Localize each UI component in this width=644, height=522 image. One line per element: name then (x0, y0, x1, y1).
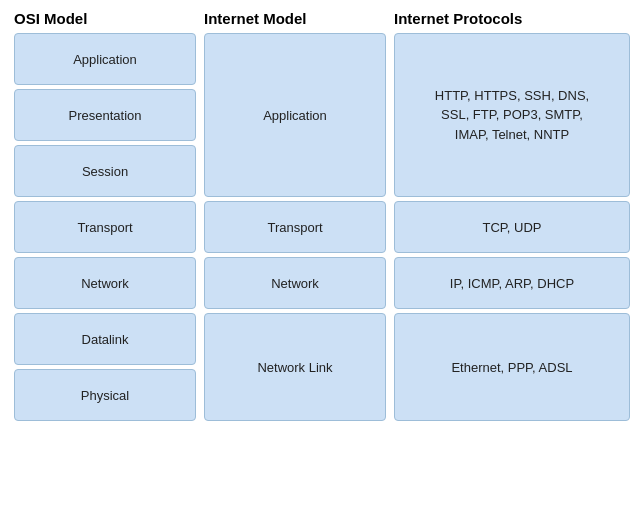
osi-network: Network (14, 257, 196, 309)
col1-header: OSI Model (10, 10, 200, 27)
osi-column: Application Presentation Session Transpo… (10, 33, 200, 421)
protocols-column: HTTP, HTTPS, SSH, DNS, SSL, FTP, POP3, S… (390, 33, 634, 421)
osi-application: Application (14, 33, 196, 85)
headers-row: OSI Model Internet Model Internet Protoc… (10, 10, 634, 27)
layout-container: OSI Model Internet Model Internet Protoc… (10, 10, 634, 421)
im-network-link: Network Link (204, 313, 386, 421)
internet-model-column: Application Transport Network Network Li… (200, 33, 390, 421)
proto-network: IP, ICMP, ARP, DHCP (394, 257, 630, 309)
proto-application: HTTP, HTTPS, SSH, DNS, SSL, FTP, POP3, S… (394, 33, 630, 197)
im-network: Network (204, 257, 386, 309)
osi-presentation: Presentation (14, 89, 196, 141)
proto-network-link: Ethernet, PPP, ADSL (394, 313, 630, 421)
osi-physical: Physical (14, 369, 196, 421)
col3-header: Internet Protocols (390, 10, 634, 27)
proto-transport: TCP, UDP (394, 201, 630, 253)
columns-area: Application Presentation Session Transpo… (10, 33, 634, 421)
im-transport: Transport (204, 201, 386, 253)
osi-datalink: Datalink (14, 313, 196, 365)
osi-transport: Transport (14, 201, 196, 253)
osi-session: Session (14, 145, 196, 197)
col2-header: Internet Model (200, 10, 390, 27)
im-application: Application (204, 33, 386, 197)
